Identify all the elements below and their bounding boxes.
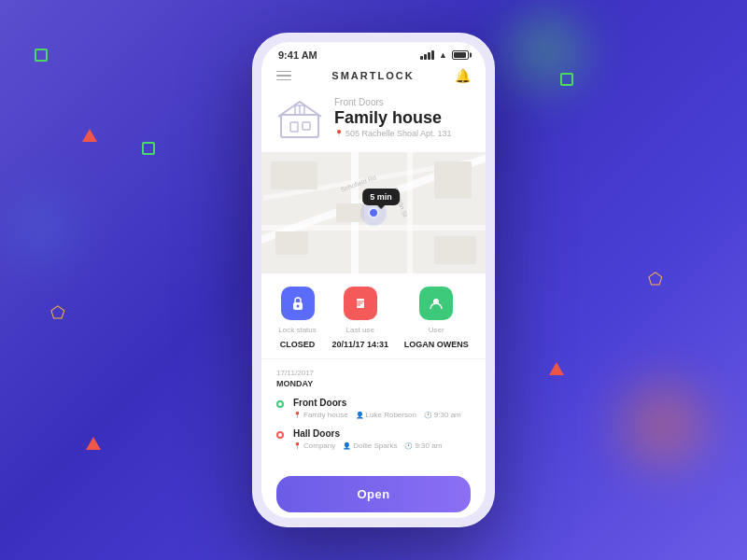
deco-pentagon-1: ⬠: [50, 302, 65, 323]
svg-point-6: [296, 305, 299, 308]
history-title-2: Hall Doors: [293, 428, 471, 439]
clock-icon-2: 🕐: [404, 442, 413, 450]
property-info: Front Doors Family house 📍 505 Rachelle …: [334, 97, 452, 139]
deco-square-1: [35, 49, 48, 62]
map-background: Schofield Rd Franklin St 5 min: [261, 152, 486, 273]
deco-pentagon-2: ⬠: [648, 269, 663, 289]
wifi-icon: ▲: [439, 50, 447, 60]
signal-icon: [420, 50, 434, 60]
stat-lastuse-value: 20/11/17 14:31: [331, 340, 388, 349]
property-section: Front Doors Family house 📍 505 Rachelle …: [261, 91, 486, 152]
history-person-1: Luke Roberson: [366, 411, 416, 419]
person-icon-1: 👤: [356, 412, 364, 419]
property-name: Family house: [334, 109, 452, 128]
lock-status-icon: [281, 287, 315, 320]
history-dot-green-1: [276, 398, 284, 408]
stat-user: User LOGAN OWENS: [404, 287, 469, 349]
history-item-1[interactable]: Front Doors 📍 Family house 👤 Luke Robers…: [276, 398, 471, 419]
svg-rect-0: [281, 115, 318, 137]
battery-icon: [452, 50, 469, 60]
stat-lock-value: CLOSED: [280, 340, 316, 349]
history-title-1: Front Doors: [293, 398, 471, 408]
deco-square-3: [560, 73, 573, 86]
stats-section: Lock status CLOSED Last use 20/11/17 14:…: [261, 273, 486, 359]
history-meta-2: 📍 Company 👤 Dollie Sparks 🕐 9:30 am: [293, 441, 471, 450]
svg-rect-1: [290, 122, 298, 132]
stat-user-value: LOGAN OWENS: [404, 340, 469, 349]
status-icons: ▲: [420, 50, 469, 60]
history-time-1: 9:30 am: [434, 411, 461, 419]
clock-icon-1: 🕐: [424, 412, 432, 419]
location-icon-2: 📍: [293, 442, 302, 450]
location-icon-1: 📍: [293, 412, 302, 419]
status-bar: 9:41 AM ▲: [261, 42, 486, 64]
map-tooltip: 5 min: [362, 189, 400, 205]
stat-lastuse-label: Last use: [346, 326, 374, 334]
stat-last-use: Last use 20/11/17 14:31: [331, 287, 388, 349]
history-section: 17/11/2017 MONDAY Front Doors 📍 Family h…: [261, 359, 486, 469]
history-location-1: Family house: [303, 411, 348, 419]
history-day: MONDAY: [276, 379, 471, 388]
bg-blob-orange: [621, 383, 705, 467]
deco-triangle-2: [549, 362, 564, 375]
notification-icon[interactable]: 🔔: [455, 68, 471, 83]
status-time: 9:41 AM: [278, 49, 317, 61]
phone-frame: 9:41 AM ▲: [252, 33, 495, 527]
deco-triangle-1: [82, 129, 97, 142]
hamburger-menu[interactable]: [276, 71, 291, 81]
history-person-2: Dollie Sparks: [353, 441, 397, 450]
history-dot-red-2: [276, 428, 284, 439]
stat-lock-label: Lock status: [278, 326, 316, 334]
person-icon-2: 👤: [343, 442, 351, 450]
location-pin-icon: 📍: [334, 130, 344, 138]
app-title: SMARTLOCK: [331, 70, 414, 81]
history-time-2: 9:30 am: [415, 441, 442, 450]
bg-blob-blue: [9, 196, 75, 261]
history-date: 17/11/2017: [276, 369, 471, 377]
app-header: SMARTLOCK 🔔: [261, 64, 486, 91]
map-section[interactable]: Schofield Rd Franklin St 5 min: [261, 152, 486, 273]
property-address: 📍 505 Rachelle Shoal Apt. 131: [334, 129, 452, 138]
bg-blob-green: [509, 14, 584, 89]
svg-rect-2: [303, 122, 310, 130]
history-location-2: Company: [303, 441, 335, 450]
stat-user-label: User: [429, 326, 444, 334]
open-button[interactable]: Open: [276, 476, 471, 512]
open-button-container: Open: [261, 469, 486, 518]
history-item-2[interactable]: Hall Doors 📍 Company 👤 Dollie Sparks: [276, 428, 471, 450]
deco-square-2: [142, 142, 155, 155]
stat-lock-status: Lock status CLOSED: [278, 287, 316, 349]
user-icon: [419, 287, 453, 320]
property-label: Front Doors: [334, 97, 452, 107]
deco-triangle-3: [86, 437, 101, 450]
clock-icon: [344, 287, 377, 320]
house-icon: [276, 94, 323, 141]
history-meta-1: 📍 Family house 👤 Luke Roberson 🕐 9:30 am: [293, 411, 471, 419]
